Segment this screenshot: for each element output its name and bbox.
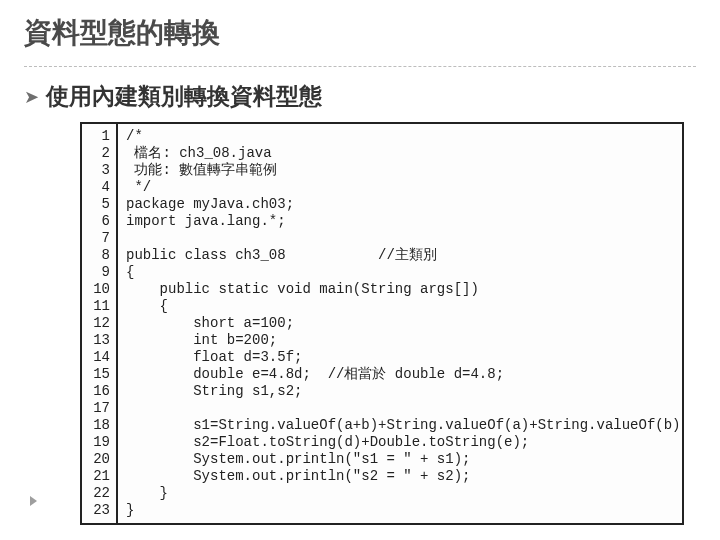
code-line <box>126 230 676 247</box>
code-line: */ <box>126 179 676 196</box>
line-number: 21 <box>82 468 110 485</box>
code-body: /* 檔名: ch3_08.java 功能: 數值轉字串範例 */package… <box>118 124 682 523</box>
line-number: 4 <box>82 179 110 196</box>
code-line: s1=String.valueOf(a+b)+String.valueOf(a)… <box>126 417 676 434</box>
line-number: 22 <box>82 485 110 502</box>
line-number: 14 <box>82 349 110 366</box>
code-line: short a=100; <box>126 315 676 332</box>
code-line: double e=4.8d; //相當於 double d=4.8; <box>126 366 676 383</box>
line-number: 19 <box>82 434 110 451</box>
line-number: 7 <box>82 230 110 247</box>
code-line: System.out.println("s2 = " + s2); <box>126 468 676 485</box>
slide-title: 資料型態的轉換 <box>24 14 696 52</box>
corner-arrow-icon <box>30 496 37 506</box>
code-line: { <box>126 298 676 315</box>
code-line: package myJava.ch03; <box>126 196 676 213</box>
line-number: 20 <box>82 451 110 468</box>
line-number: 8 <box>82 247 110 264</box>
code-line: 功能: 數值轉字串範例 <box>126 162 676 179</box>
line-number: 6 <box>82 213 110 230</box>
line-number: 15 <box>82 366 110 383</box>
code-line: 檔名: ch3_08.java <box>126 145 676 162</box>
slide: 資料型態的轉換 ➤ 使用內建類別轉換資料型態 12345678910111213… <box>0 0 720 540</box>
line-number: 23 <box>82 502 110 519</box>
code-line: /* <box>126 128 676 145</box>
code-line: System.out.println("s1 = " + s1); <box>126 451 676 468</box>
line-number: 12 <box>82 315 110 332</box>
line-number: 1 <box>82 128 110 145</box>
code-line: public static void main(String args[]) <box>126 281 676 298</box>
code-gutter: 1234567891011121314151617181920212223 <box>82 124 118 523</box>
code-box: 1234567891011121314151617181920212223 /*… <box>80 122 684 525</box>
line-number: 11 <box>82 298 110 315</box>
line-number: 9 <box>82 264 110 281</box>
subtitle: 使用內建類別轉換資料型態 <box>46 81 322 112</box>
code-line: } <box>126 485 676 502</box>
code-line: s2=Float.toString(d)+Double.toString(e); <box>126 434 676 451</box>
line-number: 17 <box>82 400 110 417</box>
line-number: 2 <box>82 145 110 162</box>
code-line <box>126 400 676 417</box>
code-line: int b=200; <box>126 332 676 349</box>
line-number: 3 <box>82 162 110 179</box>
code-line: float d=3.5f; <box>126 349 676 366</box>
code-line: public class ch3_08 //主類別 <box>126 247 676 264</box>
line-number: 18 <box>82 417 110 434</box>
code-line: { <box>126 264 676 281</box>
bullet-icon: ➤ <box>24 88 38 106</box>
line-number: 16 <box>82 383 110 400</box>
line-number: 10 <box>82 281 110 298</box>
divider <box>24 66 696 67</box>
code-line: } <box>126 502 676 519</box>
code-line: String s1,s2; <box>126 383 676 400</box>
line-number: 5 <box>82 196 110 213</box>
code-line: import java.lang.*; <box>126 213 676 230</box>
line-number: 13 <box>82 332 110 349</box>
subtitle-row: ➤ 使用內建類別轉換資料型態 <box>24 81 696 112</box>
